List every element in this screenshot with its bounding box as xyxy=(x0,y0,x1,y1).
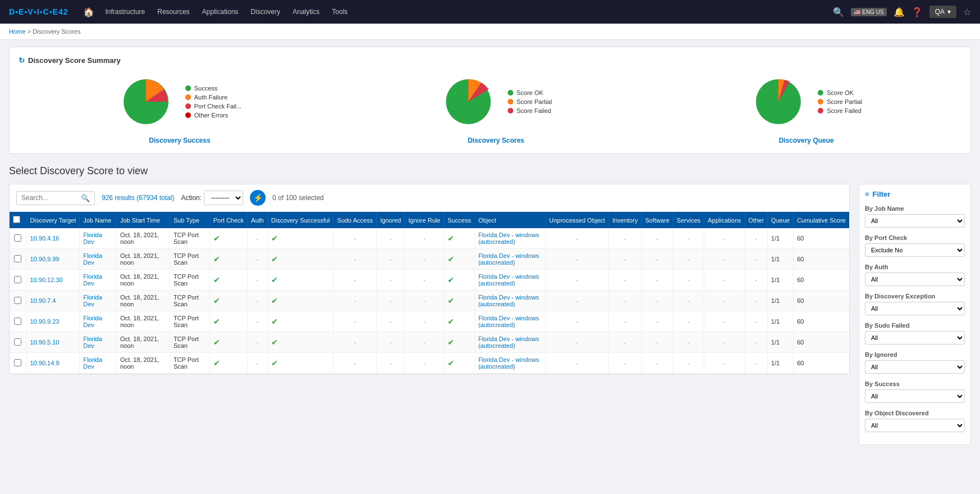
cell-job[interactable]: Florida Dev xyxy=(80,249,117,270)
cell-unprocessed: - xyxy=(545,270,609,291)
row-checkbox[interactable] xyxy=(14,359,21,366)
pie-scores[interactable] xyxy=(440,74,496,130)
cell-job[interactable]: Florida Dev xyxy=(80,291,117,311)
cell-target[interactable]: 10.90.5.10 xyxy=(26,332,80,353)
cell-applications: - xyxy=(704,228,745,249)
bell-icon[interactable]: 🔔 xyxy=(894,7,905,17)
cell-job[interactable]: Florida Dev xyxy=(80,228,117,249)
filter-select-4[interactable]: All xyxy=(865,331,965,345)
cell-other: - xyxy=(745,311,768,332)
cell-port-check: ✔ xyxy=(209,291,247,311)
legend-item-score-ok: Score OK xyxy=(508,89,552,96)
cell-object[interactable]: Florida Dev - windows (autocreated) xyxy=(475,291,545,311)
cell-score: 60 xyxy=(794,332,849,353)
filter-select-0[interactable]: All xyxy=(865,214,965,228)
cell-subtype: TCP Port Scan xyxy=(170,311,209,332)
chart-label-queue[interactable]: Discovery Queue xyxy=(779,137,834,144)
help-icon[interactable]: ❓ xyxy=(911,7,923,17)
cell-ignore-rule: - xyxy=(405,291,444,311)
cell-port-check: ✔ xyxy=(209,228,247,249)
legend-item-auth: Auth Failure xyxy=(185,94,241,101)
cell-auth: - xyxy=(248,353,268,374)
chart-discovery-success: Success Auth Failure Port Check Fail... … xyxy=(118,74,241,144)
topnav-right-area: 🔍 🇺🇸 ENG US 🔔 ❓ QA ▾ ☆ xyxy=(833,6,971,18)
search-box[interactable]: 🔍 xyxy=(16,191,95,205)
search-input[interactable] xyxy=(21,194,81,202)
filter-group-3: By Discovery ExceptionAll xyxy=(865,293,965,315)
cell-target[interactable]: 10.90.14.9 xyxy=(26,353,80,374)
row-checkbox[interactable] xyxy=(14,234,21,242)
filter-icon: ≡ xyxy=(865,190,869,198)
filter-select-7[interactable]: All xyxy=(865,419,965,432)
row-checkbox[interactable] xyxy=(14,297,21,304)
chart-label-success[interactable]: Discovery Success xyxy=(149,137,210,144)
cell-object[interactable]: Florida Dev - windows (autocreated) xyxy=(475,228,545,249)
search-icon[interactable]: 🔍 xyxy=(833,7,844,17)
col-ignore-rule: Ignore Rule xyxy=(405,212,444,228)
cell-auth: - xyxy=(248,270,268,291)
cell-job[interactable]: Florida Dev xyxy=(80,311,117,332)
filter-select-1[interactable]: Exclude NoAllYesNo xyxy=(865,243,965,257)
filter-select-5[interactable]: All xyxy=(865,360,965,374)
action-dropdown[interactable]: -------- xyxy=(204,191,243,205)
home-icon[interactable]: 🏠 xyxy=(83,7,94,17)
cell-target[interactable]: 10.90.9.23 xyxy=(26,311,80,332)
breadcrumb-home[interactable]: Home xyxy=(9,28,25,35)
col-select-all[interactable] xyxy=(10,212,26,228)
filter-select-6[interactable]: All xyxy=(865,389,965,403)
nav-analytics[interactable]: Analytics xyxy=(291,6,321,18)
select-all-checkbox[interactable] xyxy=(13,216,20,223)
star-icon[interactable]: ☆ xyxy=(963,7,971,17)
execute-action-button[interactable]: ⚡ xyxy=(250,190,266,206)
pie-queue[interactable] xyxy=(750,74,806,130)
cell-sudo: - xyxy=(334,353,377,374)
breadcrumb-current: Discovery Scores xyxy=(33,28,81,35)
col-object: Object xyxy=(475,212,545,228)
nav-discovery[interactable]: Discovery xyxy=(249,6,281,18)
nav-infrastructure[interactable]: Infrastructure xyxy=(104,6,147,18)
cell-unprocessed: - xyxy=(545,228,609,249)
cell-object[interactable]: Florida Dev - windows (autocreated) xyxy=(475,270,545,291)
cell-object[interactable]: Florida Dev - windows (autocreated) xyxy=(475,311,545,332)
cell-disc-success: ✔ xyxy=(267,332,334,353)
row-checkbox[interactable] xyxy=(14,276,21,283)
table-row: 10.90.9.23Florida DevOct. 18, 2021, noon… xyxy=(10,311,849,332)
pie-success[interactable] xyxy=(118,74,174,130)
filter-select-3[interactable]: All xyxy=(865,302,965,315)
row-checkbox[interactable] xyxy=(14,338,21,346)
cell-start: Oct. 18, 2021, noon xyxy=(116,249,170,270)
cell-sudo: - xyxy=(334,270,377,291)
cell-subtype: TCP Port Scan xyxy=(170,291,209,311)
cell-target[interactable]: 10.90.4.16 xyxy=(26,228,80,249)
cell-job[interactable]: Florida Dev xyxy=(80,332,117,353)
filter-group-2: By AuthAll xyxy=(865,264,965,286)
cell-object[interactable]: Florida Dev - windows (autocreated) xyxy=(475,249,545,270)
nav-tools[interactable]: Tools xyxy=(331,6,349,18)
cell-target[interactable]: 10.90.7.4 xyxy=(26,291,80,311)
chart-label-scores[interactable]: Discovery Scores xyxy=(468,137,525,144)
app-logo[interactable]: D▪E▪V▪I▪C▪E42 xyxy=(9,7,69,16)
row-checkbox[interactable] xyxy=(14,255,21,262)
user-menu[interactable]: QA ▾ xyxy=(929,6,956,18)
cell-target[interactable]: 10.90.12.30 xyxy=(26,270,80,291)
cell-target[interactable]: 10.90.9.99 xyxy=(26,249,80,270)
cell-object[interactable]: Florida Dev - windows (autocreated) xyxy=(475,353,545,374)
cell-score: 60 xyxy=(794,291,849,311)
row-checkbox[interactable] xyxy=(14,318,21,325)
nav-resources[interactable]: Resources xyxy=(156,6,190,18)
cell-applications: - xyxy=(704,311,745,332)
cell-job[interactable]: Florida Dev xyxy=(80,353,117,374)
filter-label-6: By Success xyxy=(865,380,965,387)
legend-label-success: Success xyxy=(194,85,218,92)
col-ignored: Ignored xyxy=(376,212,404,228)
filter-select-2[interactable]: All xyxy=(865,273,965,286)
cell-object[interactable]: Florida Dev - windows (autocreated) xyxy=(475,332,545,353)
cell-success: ✔ xyxy=(444,332,475,353)
language-badge[interactable]: 🇺🇸 ENG US xyxy=(851,8,886,16)
filter-group-1: By Port CheckExclude NoAllYesNo xyxy=(865,234,965,257)
cell-inventory: - xyxy=(609,249,641,270)
search-icon: 🔍 xyxy=(81,194,90,202)
cell-job[interactable]: Florida Dev xyxy=(80,270,117,291)
nav-applications[interactable]: Applications xyxy=(201,6,240,18)
table-scroll[interactable]: Discovery Target Job Name Job Start Time… xyxy=(10,212,849,374)
